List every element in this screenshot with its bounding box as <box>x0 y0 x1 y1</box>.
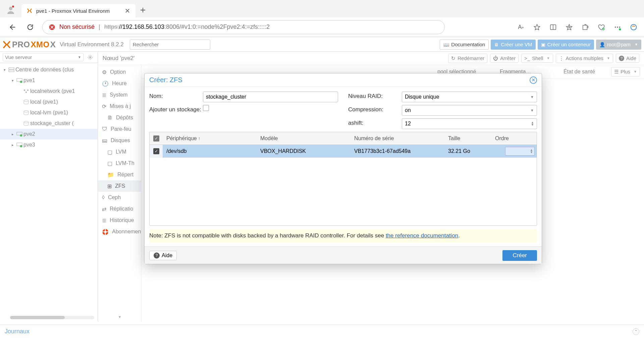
svg-rect-17 <box>25 92 27 93</box>
copilot-icon[interactable] <box>629 23 638 32</box>
log-footer[interactable]: Journaux ⌃ <box>0 325 644 338</box>
tree-scrollbar[interactable] <box>10 316 94 319</box>
input-ashift[interactable]: 12▲▼ <box>402 118 537 129</box>
menu-directory[interactable]: 📁Répert <box>98 169 141 180</box>
col-model[interactable]: Modèle <box>257 135 351 142</box>
select-all-checkbox[interactable]: ✓ <box>153 135 159 142</box>
checkbox-addstorage[interactable] <box>203 105 209 111</box>
menu-lvmthin[interactable]: ▢LVM-Th <box>98 158 141 169</box>
svg-point-8 <box>619 26 621 28</box>
tree-pve2[interactable]: ▸pve2 <box>0 129 98 139</box>
input-name[interactable]: stockage_cluster <box>203 92 338 102</box>
tree-pve1[interactable]: ▾pve1 <box>0 75 98 86</box>
col-health: État de santé <box>564 69 595 75</box>
tree-pve3[interactable]: ▸pve3 <box>0 139 98 150</box>
node-icon <box>15 132 23 136</box>
expand-logs-icon[interactable]: ⌃ <box>633 328 639 335</box>
col-serial[interactable]: Numéro de série <box>351 135 445 142</box>
proxmox-logo: PROXMOX <box>3 40 56 49</box>
cube-icon: ▣ <box>541 42 545 47</box>
col-order[interactable]: Ordre <box>492 135 537 142</box>
row-size: 32.21 Go <box>445 148 492 154</box>
help-icon: ? <box>154 252 160 259</box>
network-icon <box>22 89 30 93</box>
extensions-icon[interactable] <box>581 23 590 32</box>
more-icon[interactable] <box>613 23 622 32</box>
menu-disks[interactable]: 🖴Disques <box>98 135 141 146</box>
grid-icon: ⊞ <box>107 183 112 189</box>
menu-repos[interactable]: 🗎Dépôts <box>98 112 141 123</box>
tree-local[interactable]: local (pve1) <box>0 97 98 107</box>
modal-help-button[interactable]: ?Aide <box>149 251 177 260</box>
svg-point-7 <box>617 26 618 28</box>
address-bar[interactable]: Non sécurisé | https://192.168.56.103:80… <box>42 20 445 34</box>
menu-replication[interactable]: ⇄Réplicatio <box>98 203 141 215</box>
stop-button[interactable]: ⏻Arrêter <box>490 54 519 63</box>
tree-stockage[interactable]: stockage_cluster ( <box>0 118 98 129</box>
tree-localnetwork[interactable]: localnetwork (pve1 <box>0 86 98 97</box>
row-device: /dev/sdb <box>163 148 257 154</box>
row-checkbox[interactable]: ✓ <box>153 148 159 154</box>
view-selector[interactable]: Vue serveur▼ <box>3 53 84 61</box>
menu-time[interactable]: 🕐Heure <box>98 78 141 89</box>
collections-icon[interactable] <box>565 23 574 32</box>
documentation-button[interactable]: 📖Documentation <box>440 40 489 50</box>
svg-rect-15 <box>24 90 25 91</box>
tree-locallvm[interactable]: local-lvm (pve1) <box>0 107 98 118</box>
menu-subscription[interactable]: 🛟Abonnement <box>98 226 141 237</box>
menu-zfs[interactable]: ⊞ZFS <box>98 180 141 192</box>
browser-right-icons: A» <box>517 23 638 32</box>
select-compression[interactable]: on▼ <box>402 105 537 116</box>
disk-row[interactable]: ✓ /dev/sdb VBOX_HARDDISK VB1773b3c1-67ad… <box>150 145 537 158</box>
new-tab-button[interactable] <box>136 3 150 17</box>
wallet-icon[interactable] <box>597 23 606 32</box>
user-menu[interactable]: 👤root@pam▼ <box>596 40 641 50</box>
split-screen-icon[interactable] <box>549 23 557 32</box>
menu-ceph[interactable]: ◊Ceph <box>98 192 141 203</box>
tree-datacenter[interactable]: ▾Centre de données (clus <box>0 64 98 75</box>
row-order-input[interactable]: ▲▼ <box>505 147 535 156</box>
menu-firewall[interactable]: 🛡Pare-feu <box>98 123 141 135</box>
menu-options[interactable]: ⚙Option <box>98 66 141 78</box>
support-icon: 🛟 <box>102 229 109 235</box>
select-raid[interactable]: Disque unique▼ <box>402 92 537 102</box>
back-button[interactable] <box>6 21 18 33</box>
shell-button[interactable]: >_Shell▼ <box>521 54 553 63</box>
sort-asc-icon: ↑ <box>198 136 201 141</box>
favorite-icon[interactable] <box>533 23 541 32</box>
menu-syslog[interactable]: ≣System <box>98 89 141 101</box>
bulk-actions-button[interactable]: ⋮Actions multiples▼ <box>556 54 613 63</box>
resource-tree-panel: Vue serveur▼ ▾Centre de données (clus ▾p… <box>0 52 98 321</box>
reference-doc-link[interactable]: the reference documentation <box>386 232 458 239</box>
tree-body: ▾Centre de données (clus ▾pve1 localnetw… <box>0 63 98 321</box>
col-size[interactable]: Taille <box>445 135 492 142</box>
folder-icon: 📁 <box>107 172 114 178</box>
refresh-button[interactable] <box>24 21 36 33</box>
more-button[interactable]: ☰Plus▼ <box>611 67 640 76</box>
menu-updates[interactable]: ⟳Mises à j <box>98 101 141 112</box>
menu-tasks[interactable]: ≣Historique <box>98 215 141 226</box>
menu-icon: ⋮ <box>559 55 564 61</box>
tab-close-icon[interactable] <box>124 7 131 14</box>
disk-grid-header: ✓ Périphérique ↑ Modèle Numéro de série … <box>150 132 537 145</box>
help-button[interactable]: ?Aide <box>616 54 639 63</box>
insecure-icon <box>49 24 55 31</box>
tree-header: Vue serveur▼ <box>0 52 98 63</box>
create-button[interactable]: Créer <box>502 250 537 261</box>
search-input[interactable] <box>130 40 210 50</box>
browser-tab[interactable]: pve1 - Proxmox Virtual Environm <box>21 4 136 17</box>
favicon-icon <box>26 7 33 14</box>
col-device[interactable]: Périphérique ↑ <box>163 135 257 142</box>
create-vm-button[interactable]: 🖥Créer une VM <box>491 40 535 50</box>
read-aloud-icon[interactable]: A» <box>517 23 525 32</box>
list-icon: ≣ <box>102 217 106 224</box>
profile-icon[interactable] <box>3 3 18 17</box>
menu-lvm[interactable]: ▢LVM <box>98 146 141 158</box>
tree-settings-icon[interactable] <box>86 55 95 60</box>
modal-close-icon[interactable]: ✕ <box>530 76 537 84</box>
create-ct-button[interactable]: ▣Créer un conteneur <box>538 40 594 50</box>
user-icon: 👤 <box>599 42 605 47</box>
app-header: PROXMOX Virtual Environment 8.2.2 📖Docum… <box>0 38 644 52</box>
menu-expand-icon[interactable]: ▾ <box>119 315 121 319</box>
restart-button[interactable]: ↻Redémarrer <box>448 54 487 63</box>
